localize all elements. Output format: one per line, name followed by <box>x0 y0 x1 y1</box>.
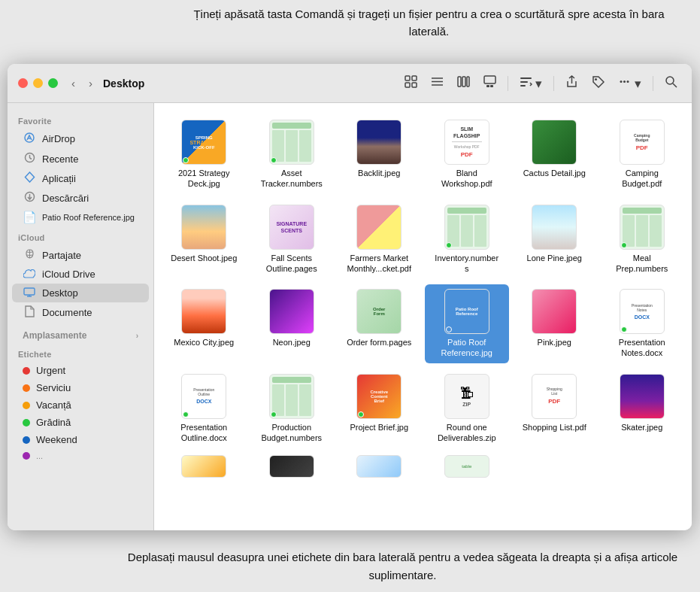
sidebar-item-familie[interactable]: ... <box>12 448 149 463</box>
forward-button[interactable]: › <box>86 75 95 91</box>
sidebar-item-urgent[interactable]: Urgent <box>12 362 149 379</box>
svg-rect-11 <box>486 85 489 87</box>
file-icon-mexicocity-wrapper <box>181 289 226 334</box>
tag-dot-urgent <box>23 367 30 375</box>
search-button[interactable] <box>661 73 681 94</box>
file-icon-projectbrief-wrapper: CreativeContentBrief <box>356 374 402 419</box>
tag-dot-serviciu <box>23 384 30 392</box>
file-thumb-shopping: ShoppingList PDF <box>532 374 577 419</box>
view-columns-button[interactable] <box>453 73 474 94</box>
file-item-partial-4[interactable]: table <box>425 451 510 485</box>
file-item-partial-3[interactable] <box>337 451 422 485</box>
file-name-skater: Skater.jpeg <box>621 422 662 433</box>
sidebar-item-partajate[interactable]: Partajate <box>12 245 149 265</box>
sidebar-item-descarcari[interactable]: Descărcări <box>12 188 149 208</box>
file-item-cactus[interactable]: Cactus Detail.jpg <box>512 115 597 194</box>
file-thumb-lonepine <box>532 205 577 250</box>
file-thumb-partial-4: table <box>444 455 489 478</box>
file-icon-partial-3-wrapper <box>356 455 402 478</box>
file-item-presnotes[interactable]: PresentationNotes DOCX Presentation Note… <box>600 284 685 363</box>
file-item-bland[interactable]: SLIM FLAGSHIP Workshop PDF PDF Bland Wor… <box>425 115 510 194</box>
file-item-mealprep[interactable]: Meal Prep.numbers <box>600 200 685 279</box>
file-thumb-mexicocity <box>181 289 226 334</box>
more-button[interactable]: ▾ <box>614 73 645 94</box>
svg-rect-3 <box>412 83 417 87</box>
file-item-skater[interactable]: Skater.jpeg <box>600 369 685 448</box>
file-name-2021: 2021 Strategy Deck.jpg <box>170 168 238 190</box>
view-grid-button[interactable] <box>401 73 421 94</box>
sidebar-item-gradina[interactable]: Grădină <box>12 414 149 431</box>
sidebar: Favorite AirDrop Recente Aplicații <box>8 103 154 530</box>
sidebar-item-weekend[interactable]: Weekend <box>12 431 149 448</box>
svg-rect-13 <box>520 77 532 79</box>
file-item-farmers[interactable]: Farmers Market Monthly...cket.pdf <box>337 200 422 279</box>
back-button[interactable]: ‹ <box>68 75 78 91</box>
file-name-farmers: Farmers Market Monthly...cket.pdf <box>345 253 413 275</box>
sidebar-label-weekend: Weekend <box>36 434 77 445</box>
file-item-shopping[interactable]: ShoppingList PDF Shopping List.pdf <box>512 369 597 448</box>
file-item-fall[interactable]: SIGNATURESCENTS Fall Scents Outline.page… <box>250 200 335 279</box>
locations-label: Amplasamente <box>23 330 86 341</box>
close-button[interactable] <box>18 78 28 88</box>
locations-arrow: › <box>136 332 138 340</box>
file-item-2021[interactable]: SPRING STRATEGY KICK-OFF 2021 Strategy D… <box>162 115 247 194</box>
share-button[interactable] <box>562 73 582 94</box>
file-item-neon[interactable]: Neon.jpeg <box>250 284 335 363</box>
file-item-orderform[interactable]: OrderForm Order form.pages <box>337 284 422 363</box>
tag-dot-gradina <box>23 419 30 427</box>
tag-button[interactable] <box>588 73 608 94</box>
status-dot-asset <box>271 157 277 163</box>
sidebar-item-serviciu[interactable]: Serviciu <box>12 379 149 396</box>
sidebar-item-documente[interactable]: Documente <box>12 302 149 323</box>
file-item-backlit[interactable]: Backlit.jpeg <box>337 115 422 194</box>
minimize-button[interactable] <box>33 78 43 88</box>
sidebar-item-desktop[interactable]: Desktop <box>12 284 149 302</box>
sidebar-item-patio[interactable]: 📄 Patio Roof Reference.jpg <box>12 208 149 227</box>
download-icon <box>23 191 36 205</box>
file-item-inventory[interactable]: Inventory.numbers <box>425 200 510 279</box>
file-name-desert: Desert Shoot.jpeg <box>171 253 237 263</box>
file-icon-desert-wrapper <box>181 205 226 250</box>
finder-window: ‹ › Desktop ▾ <box>8 64 692 530</box>
file-item-pink[interactable]: Pink.jpeg <box>512 284 597 363</box>
finder-body: Favorite AirDrop Recente Aplicații <box>8 103 692 530</box>
file-item-partial-1[interactable] <box>162 451 247 485</box>
files-grid-partial: table <box>162 451 684 485</box>
partajate-icon <box>23 248 36 262</box>
file-icon-asset-wrapper <box>269 120 314 165</box>
file-item-asset[interactable]: Asset Tracker.numbers <box>250 115 335 194</box>
view-list-button[interactable] <box>427 73 447 94</box>
sidebar-label-airdrop: AirDrop <box>42 133 75 144</box>
file-icon-farmers-wrapper <box>356 205 402 250</box>
file-item-projectbrief[interactable]: CreativeContentBrief Project Brief.jpg <box>337 369 422 448</box>
file-icon-presoutline-wrapper: PresentationOutline DOCX <box>181 374 226 419</box>
file-name-backlit: Backlit.jpeg <box>358 168 400 178</box>
file-name-mealprep: Meal Prep.numbers <box>608 253 676 275</box>
file-name-cactus: Cactus Detail.jpg <box>523 168 586 178</box>
file-icon-pink-wrapper <box>532 289 577 334</box>
file-item-desert[interactable]: Desert Shoot.jpeg <box>162 200 247 279</box>
file-item-lonepine[interactable]: Lone Pine.jpeg <box>512 200 597 279</box>
toolbar-divider-3 <box>653 76 653 91</box>
file-item-presoutline[interactable]: PresentationOutline DOCX Presentation Ou… <box>162 369 247 448</box>
sidebar-item-recente[interactable]: Recente <box>12 149 149 168</box>
tooltip-top: Țineți apăsată tasta Comandă și trageți … <box>173 6 685 40</box>
icloud-section-title: iCloud <box>8 227 153 245</box>
file-item-patioroof[interactable]: Patio RoofReference Patio Roof Reference… <box>425 284 510 363</box>
sidebar-item-airdrop[interactable]: AirDrop <box>12 129 149 149</box>
sidebar-item-icloud-drive[interactable]: iCloud Drive <box>12 265 149 284</box>
pdf-label-shopping: PDF <box>546 397 562 405</box>
file-item-mexicocity[interactable]: Mexico City.jpeg <box>162 284 247 363</box>
file-item-partial-2[interactable] <box>250 451 335 485</box>
sidebar-label-descarcari: Descărcări <box>42 193 89 204</box>
sidebar-item-vacanta[interactable]: Vacanță <box>12 396 149 414</box>
view-gallery-button[interactable] <box>480 73 500 94</box>
sidebar-item-aplicatii[interactable]: Aplicații <box>12 168 149 188</box>
file-item-roundone[interactable]: 🗜 ZIP Round one Deliverables.zip <box>425 369 510 448</box>
maximize-button[interactable] <box>48 78 58 88</box>
status-dot-presnotes <box>621 326 627 332</box>
group-button[interactable]: ▾ <box>516 73 547 94</box>
tooltip-bottom: Deplasați mausul deasupra unei etichete … <box>120 548 685 584</box>
file-item-prodbudget[interactable]: Production Budget.numbers <box>250 369 335 448</box>
file-item-camping[interactable]: CampingBudget PDF Camping Budget.pdf <box>600 115 685 194</box>
